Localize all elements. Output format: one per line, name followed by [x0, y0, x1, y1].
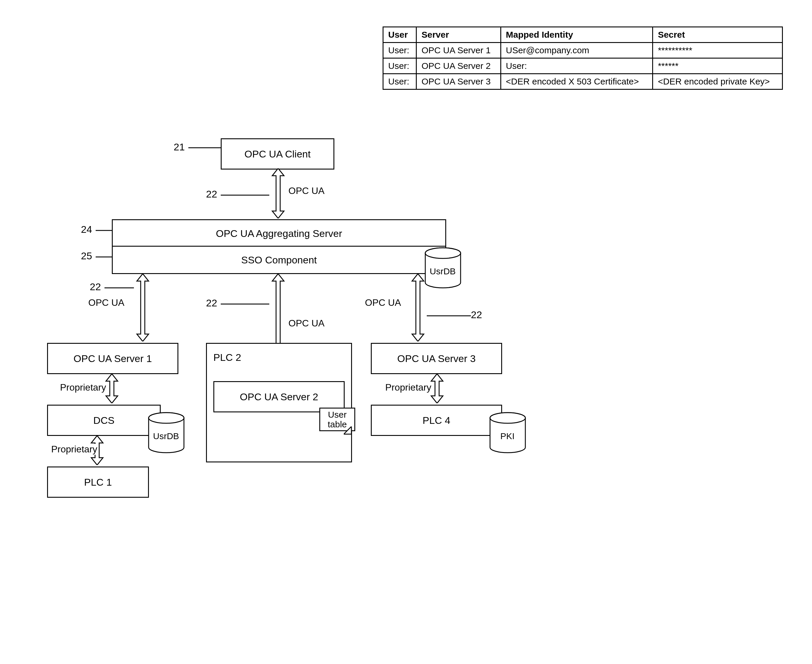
opc-ua-conn-label: OPC UA: [88, 297, 124, 308]
opc-ua-client-label: OPC UA Client: [244, 148, 311, 160]
ref-22-top: 22: [206, 188, 217, 200]
dcs-label: DCS: [93, 415, 114, 426]
proprietary-label: Proprietary: [50, 444, 99, 455]
ref-24: 24: [81, 224, 92, 235]
opc-ua-server-1-label: OPC UA Server 1: [73, 353, 152, 365]
opc-ua-conn-label: OPC UA: [288, 318, 325, 329]
sso-component-box: SSO Component: [112, 246, 446, 274]
ref-22-left: 22: [90, 281, 101, 293]
table-row: User: OPC UA Server 3 <DER encoded X 503…: [383, 74, 783, 90]
plc-4-label: PLC 4: [423, 415, 451, 426]
opc-ua-server-3-label: OPC UA Server 3: [397, 353, 475, 365]
plc-2-label: PLC 2: [213, 352, 241, 363]
col-user: User: [383, 27, 417, 43]
double-arrow-icon: [135, 274, 150, 342]
proprietary-label: Proprietary: [59, 382, 107, 393]
svg-marker-1: [272, 168, 284, 218]
opc-ua-server-3-box: OPC UA Server 3: [371, 343, 502, 374]
usrdb-label: UsrDB: [430, 266, 456, 277]
col-secret: Secret: [653, 27, 783, 43]
aggregating-server-box: OPC UA Aggregating Server: [112, 219, 446, 247]
svg-point-6: [425, 248, 461, 259]
opc-ua-client-box: OPC UA Client: [221, 138, 334, 169]
table-row: User: OPC UA Server 2 User: ******: [383, 58, 783, 74]
opc-ua-server-1-box: OPC UA Server 1: [47, 343, 178, 374]
plc-1-box: PLC 1: [47, 467, 149, 498]
table-row: User: OPC UA Server 1 USer@company.com *…: [383, 43, 783, 58]
col-mapped-identity: Mapped Identity: [501, 27, 653, 43]
opc-ua-conn-label: OPC UA: [288, 186, 325, 196]
svg-marker-11: [412, 274, 424, 342]
col-server: Server: [417, 27, 501, 43]
dcs-box: DCS: [47, 405, 161, 436]
svg-marker-7: [137, 274, 149, 342]
plc-4-box: PLC 4: [371, 405, 502, 436]
identity-mapping-table: User Server Mapped Identity Secret User:…: [382, 26, 783, 90]
ref-22-mid: 22: [206, 297, 217, 309]
plc-1-label: PLC 1: [84, 477, 112, 488]
sso-component-label: SSO Component: [241, 254, 317, 266]
svg-marker-17: [431, 374, 443, 403]
opc-ua-conn-label: OPC UA: [365, 297, 401, 308]
ref-22-right: 22: [471, 309, 482, 321]
double-arrow-icon: [410, 274, 425, 342]
ref-25: 25: [81, 250, 92, 262]
ref-21: 21: [174, 141, 185, 153]
proprietary-label: Proprietary: [384, 382, 433, 393]
double-arrow-icon: [271, 168, 285, 218]
svg-point-19: [490, 413, 526, 423]
svg-point-15: [149, 413, 184, 423]
aggregating-server-label: OPC UA Aggregating Server: [216, 228, 342, 239]
opc-ua-server-2-label: OPC UA Server 2: [240, 391, 318, 403]
usrdb-label: UsrDB: [153, 431, 179, 441]
pki-label: PKI: [500, 431, 514, 441]
svg-marker-13: [106, 374, 118, 403]
